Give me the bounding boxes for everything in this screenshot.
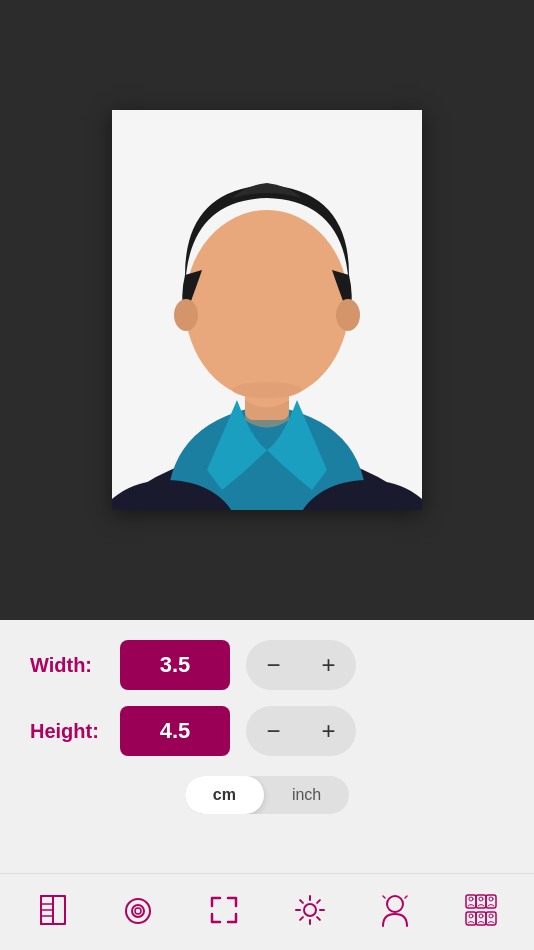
height-row: Height: 4.5 − + — [30, 706, 504, 756]
width-stepper: − + — [246, 640, 356, 690]
inch-unit-button[interactable]: inch — [264, 776, 349, 814]
svg-line-19 — [317, 917, 320, 920]
svg-line-21 — [300, 917, 303, 920]
person-nav-button[interactable] — [371, 886, 419, 934]
person-illustration — [112, 110, 422, 510]
camera-nav-button[interactable] — [114, 886, 162, 934]
camera-icon — [118, 890, 158, 930]
book-nav-button[interactable] — [29, 886, 77, 934]
svg-point-33 — [489, 897, 493, 901]
unit-toggle: cm inch — [185, 776, 349, 814]
svg-point-32 — [479, 897, 483, 901]
bottom-nav — [0, 873, 534, 950]
height-stepper: − + — [246, 706, 356, 756]
book-icon — [33, 890, 73, 930]
width-increment-button[interactable]: + — [301, 640, 356, 690]
svg-point-6 — [174, 299, 198, 331]
width-value: 3.5 — [120, 640, 230, 690]
height-decrement-button[interactable]: − — [246, 706, 301, 756]
svg-point-8 — [232, 382, 302, 398]
svg-line-18 — [300, 900, 303, 903]
expand-icon — [204, 890, 244, 930]
svg-point-36 — [489, 914, 493, 918]
width-row: Width: 3.5 − + — [30, 640, 504, 690]
svg-point-22 — [387, 896, 403, 912]
svg-point-13 — [304, 904, 316, 916]
svg-point-12 — [135, 908, 141, 914]
svg-line-24 — [405, 896, 407, 898]
person-icon — [375, 890, 415, 930]
svg-point-11 — [132, 905, 144, 917]
height-increment-button[interactable]: + — [301, 706, 356, 756]
svg-point-7 — [336, 299, 360, 331]
group-nav-button[interactable] — [457, 886, 505, 934]
svg-point-31 — [469, 897, 473, 901]
svg-point-10 — [126, 899, 150, 923]
photo-area — [0, 0, 534, 620]
width-decrement-button[interactable]: − — [246, 640, 301, 690]
svg-line-23 — [383, 896, 385, 898]
svg-point-35 — [479, 914, 483, 918]
svg-line-20 — [317, 900, 320, 903]
expand-nav-button[interactable] — [200, 886, 248, 934]
brightness-nav-button[interactable] — [286, 886, 334, 934]
svg-point-34 — [469, 914, 473, 918]
passport-photo — [112, 110, 422, 510]
svg-point-5 — [185, 210, 349, 400]
controls-area: Width: 3.5 − + Height: 4.5 − + cm inch — [0, 620, 534, 873]
height-label: Height: — [30, 720, 120, 743]
cm-unit-button[interactable]: cm — [185, 776, 264, 814]
brightness-icon — [290, 890, 330, 930]
width-label: Width: — [30, 654, 120, 677]
height-value: 4.5 — [120, 706, 230, 756]
group-icon — [461, 890, 501, 930]
